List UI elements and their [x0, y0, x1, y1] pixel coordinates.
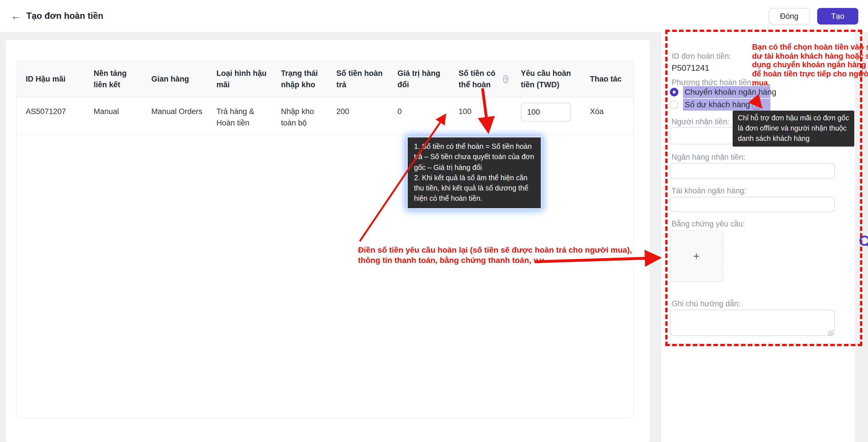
delete-row-button[interactable]: Xóa	[581, 98, 633, 134]
cell-store: Manual Orders	[142, 98, 207, 134]
page-title: Tạo đơn hoàn tiền	[26, 11, 103, 21]
evidence-label: Bằng chứng yêu cầu:	[672, 219, 745, 228]
method-option-bank-transfer-label: Chuyển khoản ngân hàng	[683, 86, 770, 98]
receiver-label: Người nhận tiền:	[672, 117, 729, 126]
formula-tooltip-line1: 1. Số tiền có thể hoàn = Số tiền hoàn tr…	[414, 141, 534, 173]
cell-type: Trả hàng & Hoàn tiền	[207, 98, 272, 134]
col-header-warehouse-status: Trạng thái nhập kho	[272, 61, 327, 97]
col-header-refundable: Số tiền có thể hoàn?	[450, 61, 512, 97]
method-option-customer-balance-label: Số dư khách hàng?	[683, 99, 770, 111]
balance-tooltip: Chỉ hỗ trợ đơn hậu mãi có đơn gốc là đơn…	[733, 111, 854, 147]
cell-exchange-value: 0	[388, 98, 450, 134]
method-note-line: Bạn có thể chọn hoàn tiền vào số	[752, 43, 868, 52]
request-amount-input[interactable]	[521, 103, 571, 122]
close-button[interactable]: Đóng	[769, 8, 810, 25]
formula-tooltip-line2: 2. Khi kết quả là số âm thể hiện cần thu…	[414, 173, 534, 204]
refundable-formula-tooltip: 1. Số tiền có thể hoàn = Số tiền hoàn tr…	[407, 136, 542, 209]
cell-platform: Manual	[85, 98, 142, 134]
cell-refund-amount: 200	[327, 98, 388, 134]
back-arrow-icon[interactable]: ←	[9, 9, 23, 23]
method-note-line: để hoàn tiền trực tiếp cho người	[752, 70, 868, 78]
bank-input[interactable]	[670, 163, 835, 178]
table-header-row: ID Hậu mãi Nền tảng liên kết Gian hàng L…	[17, 61, 633, 98]
help-icon[interactable]: ?	[503, 75, 508, 83]
col-header-exchange-value: Giá trị hàng đổi	[388, 61, 450, 97]
radio-selected-icon[interactable]	[670, 88, 678, 96]
method-note-line: dụng chuyển khoản ngân hàng	[752, 61, 868, 70]
create-refund-page: ← Tạo đơn hoàn tiền Đóng Tạo Yêu cầu hoà…	[0, 0, 868, 442]
aftersales-table: ID Hậu mãi Nền tảng liên kết Gian hàng L…	[16, 61, 634, 418]
col-header-store: Gian hàng	[142, 61, 207, 97]
instruction-note-textarea[interactable]	[670, 310, 835, 336]
cell-warehouse-status: Nhập kho toàn bộ	[272, 98, 327, 134]
col-header-refund-amount: Số tiền hoàn trả	[327, 61, 388, 97]
refund-id-value: P5071241	[672, 63, 709, 72]
create-button[interactable]: Tạo	[817, 8, 858, 25]
upload-evidence-button[interactable]: +	[670, 230, 723, 282]
cell-id: AS5071207	[17, 98, 85, 134]
fill-amount-annotation: Điền số tiền yêu cầu hoàn lại (số tiền s…	[358, 245, 632, 266]
bank-account-label: Tài khoản ngân hàng:	[672, 186, 746, 195]
fill-amount-annotation-line2: thông tin thanh toán, bằng chứng thanh t…	[358, 256, 632, 266]
col-header-id: ID Hậu mãi	[17, 61, 85, 97]
customer-balance-text: Số dư khách hàng	[685, 100, 750, 109]
method-note-line: mua.	[752, 78, 868, 87]
col-header-actions: Thao tác	[581, 61, 633, 97]
refund-id-label: ID đơn hoàn tiền:	[672, 52, 731, 61]
balance-help-icon[interactable]: ?	[752, 102, 761, 110]
method-option-bank-transfer[interactable]: Chuyển khoản ngân hàng	[670, 86, 770, 98]
cell-refundable: 100	[450, 98, 512, 134]
note-label: Ghi chú hướng dẫn:	[672, 299, 740, 308]
page-header: ← Tạo đơn hoàn tiền Đóng Tạo	[0, 0, 868, 32]
refund-method-label: Phương thức hoàn tiền:	[672, 78, 753, 87]
col-header-request-amount: Yêu cầu hoàn tiền (TWD)	[512, 61, 581, 97]
fill-amount-annotation-line1: Điền số tiền yêu cầu hoàn lại (số tiền s…	[358, 245, 632, 256]
table-row: AS5071207 Manual Manual Orders Trả hàng …	[17, 98, 633, 135]
col-header-refundable-label: Số tiền có thể hoàn	[459, 68, 501, 90]
radio-unselected-icon[interactable]	[670, 100, 678, 109]
col-header-type: Loại hình hậu mãi	[207, 61, 272, 97]
col-header-platform: Nền tảng liên kết	[85, 61, 142, 97]
method-option-customer-balance[interactable]: Số dư khách hàng?	[670, 99, 770, 111]
cell-request-amount	[512, 98, 581, 134]
magnifier-cursor-icon	[858, 233, 868, 250]
bank-label: Ngân hàng nhận tiền:	[672, 153, 745, 161]
method-note-line: dư tài khoản khách hàng hoặc sử	[752, 52, 868, 61]
method-choice-annotation: Bạn có thể chọn hoàn tiền vào số dư tài …	[752, 43, 868, 88]
bank-account-input[interactable]	[670, 197, 835, 212]
